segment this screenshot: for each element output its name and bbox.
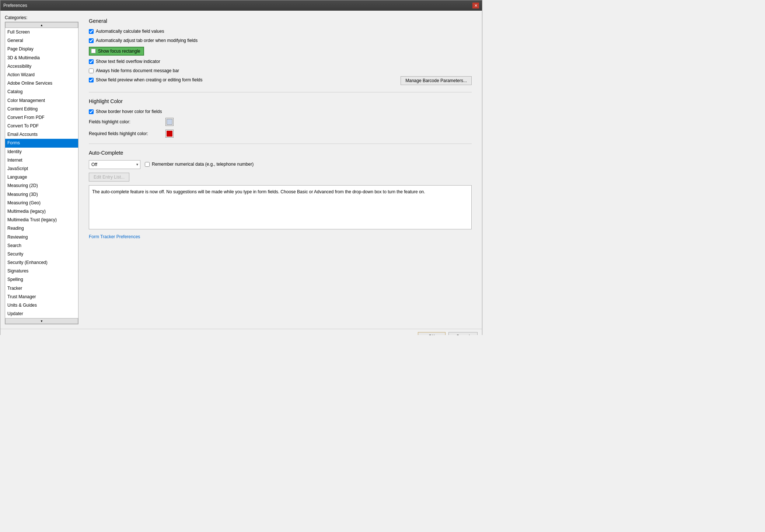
auto-calc-row: Automatically calculate field values — [89, 28, 401, 35]
sidebar-item-tracker[interactable]: Tracker — [5, 284, 78, 293]
sidebar-item-adobe-online-services[interactable]: Adobe Online Services — [5, 79, 78, 88]
hide-message-bar-row: Always hide forms document message bar — [89, 68, 401, 74]
sidebar-item-3d-multimedia[interactable]: 3D & Multimedia — [5, 54, 78, 62]
scroll-down-button[interactable]: ▼ — [5, 318, 78, 324]
autocomplete-description: The auto-complete feature is now off. No… — [89, 185, 472, 229]
window-title: Preferences — [3, 3, 27, 8]
sidebar-item-multimedia-trust-legacy[interactable]: Multimedia Trust (legacy) — [5, 216, 78, 224]
form-tracker-link[interactable]: Form Tracker Preferences — [89, 234, 140, 239]
close-button[interactable]: ✕ — [472, 3, 479, 8]
sidebar-item-content-editing[interactable]: Content Editing — [5, 105, 78, 113]
ok-button[interactable]: OK — [418, 332, 446, 335]
window-content: Categories: ▲ Full ScreenGeneralPage Dis… — [0, 11, 482, 329]
border-hover-label: Show border hover color for fields — [96, 109, 162, 115]
sidebar-item-security[interactable]: Security — [5, 250, 78, 258]
sidebar-item-color-management[interactable]: Color Management — [5, 96, 78, 105]
divider-1 — [89, 92, 472, 92]
sidebar-item-convert-from-pdf[interactable]: Convert From PDF — [5, 113, 78, 122]
hide-message-bar-checkbox[interactable] — [89, 68, 94, 73]
sidebar-item-reviewing[interactable]: Reviewing — [5, 233, 78, 242]
sidebar-item-multimedia-legacy[interactable]: Multimedia (legacy) — [5, 207, 78, 216]
sidebar-item-search[interactable]: Search — [5, 242, 78, 250]
auto-calc-label: Automatically calculate field values — [96, 28, 164, 35]
sidebar-item-accessibility[interactable]: Accessibility — [5, 62, 78, 71]
auto-tab-row: Automatically adjust tab order when modi… — [89, 38, 401, 44]
focus-rectangle-checkbox[interactable] — [91, 49, 96, 53]
sidebar-item-page-display[interactable]: Page Display — [5, 45, 78, 53]
sidebar-item-security-enhanced[interactable]: Security (Enhanced) — [5, 258, 78, 267]
cancel-button[interactable]: Cancel — [448, 332, 478, 335]
focus-rectangle-label: Show focus rectangle — [98, 48, 140, 54]
preferences-window: Preferences ✕ Categories: ▲ Full ScreenG… — [0, 0, 482, 335]
autocomplete-title: Auto-Complete — [89, 150, 472, 156]
sidebar-item-internet[interactable]: Internet — [5, 156, 78, 165]
border-hover-row: Show border hover color for fields — [89, 109, 472, 115]
manage-btn-container: Manage Barcode Parameters... — [401, 28, 472, 85]
autocomplete-dropdown-wrapper: Off Basic Advanced ▼ — [89, 160, 140, 169]
field-preview-label: Show field preview when creating or edit… — [96, 77, 202, 83]
autocomplete-select[interactable]: Off Basic Advanced — [89, 160, 140, 169]
footer: OK Cancel — [0, 329, 482, 335]
required-highlight-row: Required fields highlight color: — [89, 130, 472, 138]
scroll-up-button[interactable]: ▲ — [5, 22, 78, 28]
sidebar-item-units-guides[interactable]: Units & Guides — [5, 301, 78, 310]
sidebar-item-general[interactable]: General — [5, 36, 78, 45]
remember-data-row: Remember numerical data (e.g., telephone… — [145, 161, 254, 168]
sidebar-item-trust-manager[interactable]: Trust Manager — [5, 293, 78, 301]
remember-data-checkbox[interactable] — [145, 162, 150, 167]
top-section: Automatically calculate field values Aut… — [89, 28, 472, 86]
section-title: General — [89, 18, 472, 24]
sidebar-item-signatures[interactable]: Signatures — [5, 267, 78, 275]
sidebar-item-javascript[interactable]: JavaScript — [5, 165, 78, 173]
sidebar-item-measuring-2d[interactable]: Measuring (2D) — [5, 182, 78, 190]
main-area: Categories: ▲ Full ScreenGeneralPage Dis… — [5, 15, 478, 324]
auto-tab-label: Automatically adjust tab order when modi… — [96, 38, 198, 44]
sidebar-item-identity[interactable]: Identity — [5, 148, 78, 156]
field-preview-checkbox[interactable] — [89, 78, 94, 82]
text-overflow-label: Show text field overflow indicator — [96, 59, 160, 65]
fields-highlight-swatch[interactable] — [165, 118, 174, 126]
fields-highlight-label: Fields highlight color: — [89, 119, 163, 124]
hide-message-bar-label: Always hide forms document message bar — [96, 68, 179, 74]
divider-2 — [89, 144, 472, 144]
text-overflow-checkbox[interactable] — [89, 59, 94, 64]
remember-data-label: Remember numerical data (e.g., telephone… — [152, 161, 254, 168]
manage-barcode-button[interactable]: Manage Barcode Parameters... — [401, 76, 472, 85]
auto-tab-checkbox[interactable] — [89, 38, 94, 43]
title-bar: Preferences ✕ — [0, 0, 482, 11]
fields-highlight-row: Fields highlight color: — [89, 118, 472, 126]
sidebar-item-reading[interactable]: Reading — [5, 224, 78, 233]
highlight-color-title: Highlight Color — [89, 98, 472, 104]
sidebar-list-container: ▲ Full ScreenGeneralPage Display3D & Mul… — [5, 22, 78, 324]
sidebar-item-spelling[interactable]: Spelling — [5, 275, 78, 284]
categories-label: Categories: — [5, 15, 78, 20]
border-hover-checkbox[interactable] — [89, 109, 94, 114]
auto-calc-checkbox[interactable] — [89, 29, 94, 34]
text-overflow-row: Show text field overflow indicator — [89, 59, 401, 65]
edit-entry-list-button[interactable]: Edit Entry List... — [89, 173, 129, 182]
checkboxes-group: Automatically calculate field values Aut… — [89, 28, 401, 86]
sidebar-item-measuring-geo[interactable]: Measuring (Geo) — [5, 199, 78, 207]
sidebar-list: Full ScreenGeneralPage Display3D & Multi… — [5, 28, 78, 318]
sidebar: Categories: ▲ Full ScreenGeneralPage Dis… — [5, 15, 78, 324]
content-area: General Automatically calculate field va… — [83, 15, 478, 324]
sidebar-item-updater[interactable]: Updater — [5, 310, 78, 318]
sidebar-item-full-screen[interactable]: Full Screen — [5, 28, 78, 36]
sidebar-item-forms[interactable]: Forms — [5, 139, 78, 147]
focus-rectangle-row[interactable]: Show focus rectangle — [89, 47, 144, 56]
sidebar-item-language[interactable]: Language — [5, 173, 78, 182]
required-highlight-swatch[interactable] — [165, 130, 174, 138]
sidebar-item-catalog[interactable]: Catalog — [5, 88, 78, 96]
field-preview-row: Show field preview when creating or edit… — [89, 77, 401, 83]
required-highlight-label: Required fields highlight color: — [89, 131, 163, 136]
sidebar-item-measuring-3d[interactable]: Measuring (3D) — [5, 190, 78, 199]
sidebar-item-action-wizard[interactable]: Action Wizard — [5, 71, 78, 79]
autocomplete-controls: Off Basic Advanced ▼ Remember numerical … — [89, 160, 472, 169]
sidebar-item-email-accounts[interactable]: Email Accounts — [5, 130, 78, 139]
sidebar-item-convert-to-pdf[interactable]: Convert To PDF — [5, 122, 78, 130]
